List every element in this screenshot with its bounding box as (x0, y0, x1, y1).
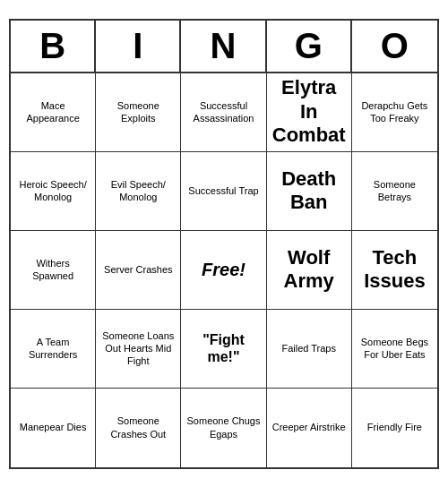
header-letter: O (352, 21, 437, 72)
bingo-header: BINGO (11, 21, 437, 73)
bingo-cell: Someone Loans Out Hearts Mid Fight (96, 310, 181, 389)
bingo-cell: Tech Issues (352, 231, 437, 310)
bingo-cell: Evil Speech/ Monolog (96, 152, 181, 231)
bingo-cell: A Team Surrenders (11, 310, 96, 389)
bingo-cell: Derapchu Gets Too Freaky (352, 73, 437, 152)
bingo-cell: Friendly Fire (352, 389, 437, 467)
bingo-cell: Successful Trap (181, 152, 266, 231)
bingo-cell: Manepear Dies (11, 389, 96, 467)
bingo-cell: Someone Exploits (96, 73, 181, 152)
bingo-cell: Withers Spawned (11, 231, 96, 310)
bingo-cell: Free! (181, 231, 266, 310)
bingo-cell: Mace Appearance (11, 73, 96, 152)
bingo-cell: Wolf Army (267, 231, 352, 310)
bingo-cell: Heroic Speech/ Monolog (11, 152, 96, 231)
header-letter: G (267, 21, 352, 72)
header-letter: N (181, 21, 266, 72)
bingo-cell: Server Crashes (96, 231, 181, 310)
bingo-cell: Someone Begs For Uber Eats (352, 310, 437, 389)
bingo-cell: Successful Assassination (181, 73, 266, 152)
header-letter: B (11, 21, 96, 72)
bingo-cell: Elytra In Combat (267, 73, 352, 152)
bingo-card: BINGO Mace AppearanceSomeone ExploitsSuc… (9, 19, 439, 469)
bingo-cell: Someone Crashes Out (96, 389, 181, 467)
bingo-cell: Failed Traps (267, 310, 352, 389)
bingo-cell: "Fight me!" (181, 310, 266, 389)
bingo-grid: Mace AppearanceSomeone ExploitsSuccessfu… (11, 73, 437, 467)
bingo-cell: Creeper Airstrike (267, 389, 352, 467)
bingo-cell: Someone Chugs Egaps (181, 389, 266, 467)
bingo-cell: Death Ban (267, 152, 352, 231)
header-letter: I (96, 21, 181, 72)
bingo-cell: Someone Betrays (352, 152, 437, 231)
